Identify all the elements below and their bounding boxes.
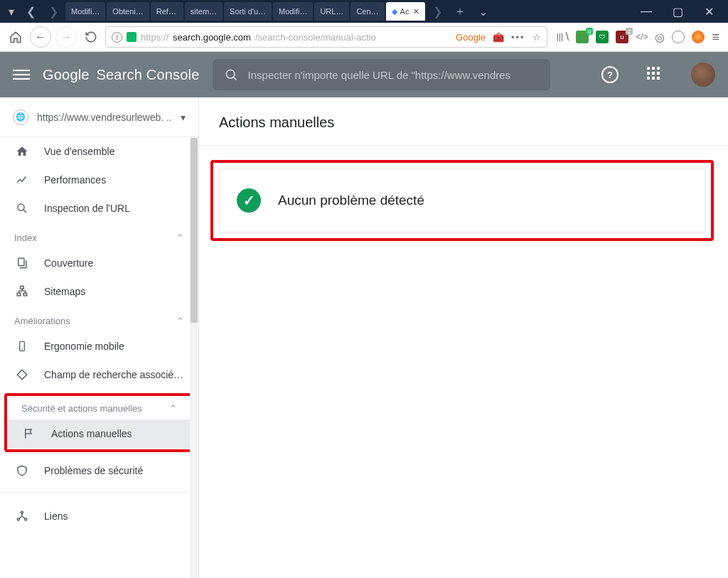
- window-minimize[interactable]: ―: [631, 1, 661, 21]
- close-tab-icon[interactable]: ✕: [413, 7, 419, 16]
- briefcase-icon[interactable]: 🧰: [493, 32, 504, 43]
- search-icon: [224, 68, 238, 82]
- sidebar-item-label: Sitemaps: [44, 286, 85, 297]
- links-icon: [14, 510, 30, 523]
- logo-google: Google: [43, 67, 90, 82]
- window-maximize[interactable]: ▢: [663, 1, 692, 21]
- sidebar-item-sitemaps[interactable]: Sitemaps: [0, 277, 198, 306]
- home-button[interactable]: [6, 27, 26, 47]
- svg-rect-3: [21, 287, 24, 289]
- site-info-icon[interactable]: i: [112, 32, 122, 43]
- address-bar[interactable]: i https://search.google.com/search-conso…: [105, 26, 547, 48]
- url-inspect-search[interactable]: Inspecter n'importe quelle URL de "https…: [213, 59, 550, 90]
- sidebar-item-sitelinks-searchbox[interactable]: Champ de recherche associé…: [0, 360, 198, 389]
- logo-search-console: Search Console: [96, 67, 199, 82]
- search-engine-label: Google: [456, 32, 486, 43]
- reload-button[interactable]: [81, 27, 101, 47]
- lock-icon: [127, 32, 136, 42]
- browser-tab[interactable]: Sorti d'u…: [224, 2, 272, 21]
- browser-nav-bar: ← → i https://search.google.com/search-c…: [0, 23, 728, 52]
- new-tab-button[interactable]: ＋: [449, 3, 471, 20]
- forward-button: →: [55, 26, 77, 48]
- tab-label: Ac: [400, 7, 410, 16]
- flag-icon: [21, 427, 37, 440]
- gsc-header: Google Search Console Inspecter n'import…: [0, 52, 728, 97]
- browser-tab[interactable]: Ref…: [151, 2, 183, 21]
- extension-shield-icon[interactable]: 🛡: [596, 31, 609, 43]
- account-icon[interactable]: [672, 31, 685, 43]
- search-icon: [14, 202, 30, 215]
- property-selector[interactable]: 🌐 https://www.vendresurleweb. .. ▾: [0, 97, 198, 137]
- sitemap-icon: [14, 285, 30, 298]
- tab-drawer-icon[interactable]: ▾: [4, 3, 18, 20]
- page-actions-icon[interactable]: •••: [511, 32, 525, 43]
- sidebar-scrollbar[interactable]: [190, 137, 198, 578]
- help-button[interactable]: ?: [601, 66, 619, 83]
- main-content: Actions manuelles ✓ Aucun problème détec…: [199, 97, 728, 578]
- sidebar-section-security[interactable]: Sécurité et actions manuelles ⌃: [7, 396, 191, 419]
- chevron-up-icon: ⌃: [176, 316, 184, 326]
- sidebar-section-enhancements[interactable]: Améliorations ⌃: [0, 306, 198, 332]
- apps-grid-icon[interactable]: [647, 67, 663, 82]
- extension-badge: 2: [626, 28, 633, 35]
- tab-history-back[interactable]: ❮: [20, 3, 41, 20]
- bookmark-star-icon[interactable]: ☆: [532, 32, 541, 43]
- status-message: Aucun problème détecté: [278, 193, 424, 208]
- sidebar-item-mobile-usability[interactable]: Ergonomie mobile: [0, 332, 198, 360]
- sidebar-item-label: Performances: [44, 174, 106, 186]
- sidebar-item-links[interactable]: Liens: [0, 502, 198, 530]
- chevron-up-icon: ⌃: [169, 403, 177, 414]
- svg-point-7: [21, 511, 23, 513]
- sidebar-item-label: Liens: [44, 510, 68, 522]
- sidebar-section-index[interactable]: Index ⌃: [0, 223, 198, 249]
- hamburger-icon[interactable]: [13, 66, 30, 83]
- diamond-icon: [14, 368, 30, 381]
- annotation-highlight-box: Sécurité et actions manuelles ⌃ Actions …: [4, 393, 194, 452]
- sidebar-item-url-inspection[interactable]: Inspection de l'URL: [0, 194, 198, 223]
- sidebar-item-performance[interactable]: Performances: [0, 166, 198, 194]
- browser-tab[interactable]: Cen…: [350, 2, 384, 21]
- sidebar-item-security-issues[interactable]: Problèmes de sécurité: [0, 456, 198, 485]
- toolbar-extensions: ⫼\ 0 🛡 u2 </> ◎ ≡: [552, 30, 722, 45]
- scrollbar-thumb[interactable]: [191, 138, 198, 323]
- sidebar-item-overview[interactable]: Vue d'ensemble: [0, 137, 198, 166]
- sidebar-item-label: Actions manuelles: [51, 428, 132, 439]
- account-avatar[interactable]: [691, 63, 715, 87]
- gsc-logo: Google Search Console: [43, 67, 200, 83]
- browser-tab[interactable]: Obteni…: [107, 2, 149, 21]
- browser-tab[interactable]: sitem…: [185, 2, 223, 21]
- browser-tab[interactable]: URL…: [314, 2, 349, 21]
- sidebar-item-label: Champ de recherche associé…: [44, 369, 183, 380]
- svg-rect-4: [17, 293, 21, 296]
- back-button[interactable]: ←: [30, 26, 51, 48]
- sidebar-item-manual-actions[interactable]: Actions manuelles: [7, 419, 191, 448]
- annotation-highlight-box: ✓ Aucun problème détecté: [210, 160, 714, 241]
- dev-icon[interactable]: </>: [636, 32, 648, 42]
- firefox-icon[interactable]: [692, 31, 705, 43]
- sidebar-item-label: Couverture: [44, 257, 93, 269]
- checkmark-icon: ✓: [237, 188, 261, 213]
- sidebar-item-coverage[interactable]: Couverture: [0, 249, 198, 277]
- browser-tab[interactable]: Modifi…: [273, 2, 313, 21]
- url-path: /search-console/manual-actio: [255, 32, 376, 43]
- library-icon[interactable]: ⫼\: [555, 31, 569, 43]
- svg-point-0: [226, 70, 235, 78]
- browser-tab[interactable]: Modifi…: [65, 2, 105, 21]
- ublock-icon[interactable]: u2: [616, 31, 628, 43]
- section-label: Améliorations: [14, 316, 70, 326]
- tab-favicon: ◆: [392, 7, 397, 16]
- window-tabstrip: ▾ ❮ ❯ Modifi… Obteni… Ref… sitem… Sorti …: [0, 0, 728, 23]
- extension-icon[interactable]: 0: [576, 31, 589, 43]
- sidebar-item-label: Vue d'ensemble: [44, 146, 114, 157]
- sidebar-item-label: Inspection de l'URL: [44, 203, 130, 214]
- tab-history-forward: ❯: [43, 3, 64, 20]
- browser-tab-active[interactable]: ◆ Ac ✕: [386, 2, 426, 21]
- all-tabs-menu[interactable]: ⌄: [472, 3, 493, 20]
- url-scheme: https://: [141, 32, 168, 43]
- extension-badge: 0: [586, 28, 593, 35]
- shield-icon: [14, 464, 30, 477]
- window-close[interactable]: ✕: [694, 1, 724, 21]
- eye-icon[interactable]: ◎: [655, 31, 665, 44]
- svg-rect-5: [23, 293, 27, 296]
- hamburger-menu-icon[interactable]: ≡: [712, 30, 719, 45]
